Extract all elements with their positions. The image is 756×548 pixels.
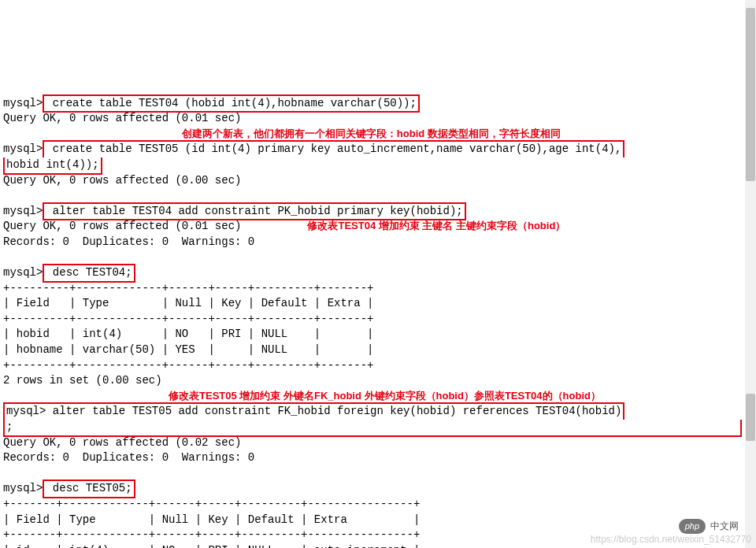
table2-header: | Field | Type | Null | Key | Default | …	[3, 513, 420, 526]
scroll-thumb-2[interactable]	[746, 394, 755, 441]
table1-border-mid: +---------+-------------+------+-----+--…	[3, 313, 373, 325]
table2-border-mid: +-------+-------------+------+-----+----…	[3, 528, 420, 541]
table1-rowcount: 2 rows in set (0.00 sec)	[3, 374, 162, 387]
table1-row-hobname: | hobname | varchar(50) | YES | | NULL |…	[3, 343, 373, 356]
mysql-prompt: mysql>	[3, 482, 43, 494]
output-query-ok-3: Query OK, 0 rows affected (0.01 sec)	[3, 220, 241, 232]
table1-row-hobid: | hobid | int(4) | NO | PRI | NULL | |	[3, 328, 373, 340]
annotation-create-tables: 创建两个新表，他们都拥有一个相同关键字段：hobid 数据类型相同，字符长度相同	[182, 128, 561, 139]
cmd-desc-test04: desc TEST04;	[43, 264, 135, 283]
cmd-create-test05-line2: hobid int(4));	[3, 157, 102, 175]
output-records-2: Records: 0 Duplicates: 0 Warnings: 0	[3, 451, 254, 464]
cmd-create-test05-line1: create table TEST05 (id int(4) primary k…	[43, 140, 624, 157]
output-query-ok-1: Query OK, 0 rows affected (0.01 sec)	[3, 112, 241, 124]
cmd-create-test04: create table TEST04 (hobid int(4),hobnam…	[43, 94, 419, 113]
site-logo: php 中文网	[679, 519, 739, 534]
table2-border-top: +-------+-------------+------+-----+----…	[3, 498, 420, 510]
table1-border-bottom: +---------+-------------+------+-----+--…	[3, 359, 373, 372]
table1-header: | Field | Type | Null | Key | Default | …	[3, 297, 373, 309]
table1-border-top: +---------+-------------+------+-----+--…	[3, 282, 373, 294]
output-records-1: Records: 0 Duplicates: 0 Warnings: 0	[3, 235, 254, 248]
watermark: https://blog.csdn.net/weixin_51432770	[591, 533, 751, 546]
mysql-prompt: mysql>	[3, 266, 43, 279]
output-query-ok-2: Query OK, 0 rows affected (0.00 sec)	[3, 174, 241, 187]
cmd-desc-test05: desc TEST05;	[43, 480, 135, 498]
output-query-ok-4: Query OK, 0 rows affected (0.02 sec)	[3, 436, 241, 449]
logo-text: 中文网	[710, 520, 739, 533]
annotation-alter-test04: 修改表TEST04 增加约束 主键名 主键约束字段（hobid）	[307, 220, 565, 231]
cmd-alter-test05-fk-line2: ;	[3, 420, 742, 437]
annotation-alter-test05: 修改表TEST05 增加约束 外键名FK_hobid 外键约束字段（hobid）…	[169, 390, 601, 402]
scroll-thumb[interactable]	[746, 8, 755, 181]
table2-row-id: | id | int(4) | NO | PRI | NULL | auto_i…	[3, 544, 420, 548]
cmd-alter-test04-pk: alter table TEST04 add constraint PK_hob…	[43, 202, 465, 221]
cmd-alter-test05-fk-line1: mysql> alter table TEST05 add constraint…	[3, 402, 624, 420]
mysql-prompt: mysql>	[3, 97, 43, 109]
scrollbar[interactable]	[745, 0, 756, 548]
mysql-prompt: mysql>	[3, 143, 43, 155]
logo-badge: php	[679, 519, 706, 534]
mysql-prompt: mysql>	[3, 205, 43, 217]
